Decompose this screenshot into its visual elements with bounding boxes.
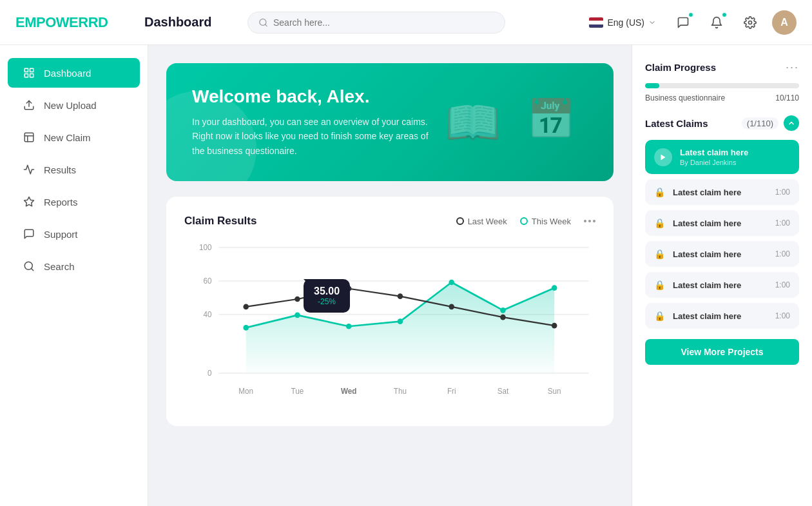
svg-point-40 (449, 304, 454, 310)
expand-claims-button[interactable] (784, 115, 799, 131)
svg-text:Fri: Fri (447, 387, 456, 396)
welcome-banner: Welcome back, Alex. In your dashboard, y… (166, 63, 614, 181)
messages-button[interactable] (672, 11, 695, 34)
claim-progress-header: Claim Progress ··· (645, 61, 799, 74)
svg-line-1 (265, 24, 267, 26)
claims-count: (1/110) (742, 117, 778, 130)
results-icon (23, 164, 35, 175)
svg-point-30 (295, 313, 300, 318)
new-claim-icon (23, 131, 35, 143)
locked-claim-item-2[interactable]: 🔒 Latest claim here 1:00 (645, 210, 799, 236)
locked-claim-item-4[interactable]: 🔒 Latest claim here 1:00 (645, 272, 799, 298)
locked-claim-item-3[interactable]: 🔒 Latest claim here 1:00 (645, 241, 799, 267)
upload-icon (23, 99, 35, 111)
search-icon (258, 17, 268, 28)
notifications-button[interactable] (705, 11, 728, 34)
main-layout: Dashboard New Upload New Claim Results R… (0, 45, 812, 506)
progress-bar-fill (645, 83, 659, 88)
chart-svg: 100 60 40 0 Mon Tue Wed Thu Fri Sat Sun (184, 240, 595, 408)
play-button[interactable] (654, 148, 672, 166)
latest-claims-section: Latest Claims (1/110) Latest claim here … (645, 115, 799, 491)
svg-text:60: 60 (204, 277, 212, 286)
svg-text:Mon: Mon (238, 387, 253, 396)
svg-rect-8 (24, 133, 34, 142)
main-content: Welcome back, Alex. In your dashboard, y… (148, 45, 632, 506)
sidebar-item-results[interactable]: Results (8, 155, 140, 184)
locked-claim-time-5: 1:00 (775, 311, 790, 320)
svg-text:Sun: Sun (548, 387, 561, 396)
locked-claim-info-1: Latest claim here (673, 188, 768, 197)
search-bar[interactable] (247, 12, 505, 34)
search-nav-icon (23, 260, 35, 272)
active-claim-item[interactable]: Latest claim here By Daniel Jenkins (645, 140, 799, 174)
welcome-body: In your dashboard, you can see an overvi… (192, 115, 437, 158)
welcome-text: Welcome back, Alex. In your dashboard, y… (192, 86, 437, 158)
calendar-icon: 📅 (527, 96, 575, 149)
chart-title: Claim Results (184, 215, 256, 228)
svg-rect-4 (30, 68, 34, 72)
sidebar-item-new-upload[interactable]: New Upload (8, 90, 140, 120)
locked-claim-info-4: Latest claim here (673, 280, 768, 290)
latest-claims-header: Latest Claims (1/110) (645, 115, 799, 131)
claim-progress-title: Claim Progress (645, 62, 716, 73)
svg-text:40: 40 (204, 310, 212, 319)
svg-rect-5 (30, 74, 34, 77)
progress-bar-bg (645, 83, 799, 88)
svg-point-35 (552, 286, 557, 291)
reports-icon (23, 196, 35, 208)
locked-claim-name-4: Latest claim here (673, 280, 768, 290)
lock-icon-3: 🔒 (654, 249, 665, 259)
svg-point-32 (398, 319, 403, 325)
language-selector[interactable]: Eng (US) (584, 15, 661, 30)
locked-claim-name-2: Latest claim here (673, 219, 768, 228)
locked-claim-info-5: Latest claim here (673, 311, 768, 321)
claim-progress-more[interactable]: ··· (786, 61, 799, 74)
locked-claim-name-3: Latest claim here (673, 249, 768, 259)
chart-area: 100 60 40 0 Mon Tue Wed Thu Fri Sat Sun (184, 240, 595, 408)
svg-text:100: 100 (199, 243, 212, 252)
app-logo: EMPOWERRD (15, 14, 119, 31)
chat-icon (677, 16, 690, 29)
chart-section: Claim Results Last Week This Week (166, 197, 614, 426)
view-more-button[interactable]: View More Projects (645, 339, 799, 365)
locked-claim-time-2: 1:00 (775, 219, 790, 228)
sidebar-item-search[interactable]: Search (8, 251, 140, 281)
chart-more-button[interactable] (584, 220, 595, 222)
svg-point-29 (243, 325, 249, 331)
topbar: EMPOWERRD Dashboard Eng (US) A (0, 0, 812, 45)
sidebar-item-support[interactable]: Support (8, 219, 140, 249)
active-claim-info: Latest claim here By Daniel Jenkins (680, 148, 790, 166)
banner-icons: 📖 📅 (445, 96, 575, 149)
search-input[interactable] (273, 17, 494, 28)
messages-badge (688, 12, 693, 17)
locked-claim-info-3: Latest claim here (673, 249, 768, 259)
sidebar-item-reports[interactable]: Reports (8, 187, 140, 217)
svg-text:Wed: Wed (341, 387, 356, 396)
svg-point-42 (552, 323, 557, 329)
sidebar-item-dashboard[interactable]: Dashboard (8, 58, 140, 88)
locked-claim-name-5: Latest claim here (673, 311, 768, 321)
user-avatar[interactable]: A (772, 10, 797, 35)
legend-this-week: This Week (520, 217, 571, 226)
svg-rect-3 (24, 68, 28, 72)
page-title: Dashboard (144, 15, 222, 30)
play-icon (659, 153, 667, 161)
svg-point-36 (243, 304, 249, 310)
svg-text:Tue: Tue (291, 387, 304, 396)
chevron-down-icon (648, 19, 656, 26)
sidebar: Dashboard New Upload New Claim Results R… (0, 45, 148, 506)
locked-claim-item-1[interactable]: 🔒 Latest claim here 1:00 (645, 179, 799, 205)
sidebar-label-results: Results (44, 164, 76, 175)
svg-marker-11 (24, 197, 34, 206)
locked-claim-item-5[interactable]: 🔒 Latest claim here 1:00 (645, 303, 799, 329)
settings-button[interactable] (739, 11, 762, 34)
tooltip-arrow (304, 279, 314, 284)
locked-claim-time-4: 1:00 (775, 280, 790, 289)
topbar-right: Eng (US) A (584, 10, 797, 35)
sidebar-label-search: Search (44, 261, 75, 272)
support-icon (23, 228, 35, 240)
svg-point-33 (449, 280, 454, 286)
lock-icon-2: 🔒 (654, 218, 665, 228)
sidebar-label-support: Support (44, 229, 78, 240)
sidebar-item-new-claim[interactable]: New Claim (8, 122, 140, 152)
